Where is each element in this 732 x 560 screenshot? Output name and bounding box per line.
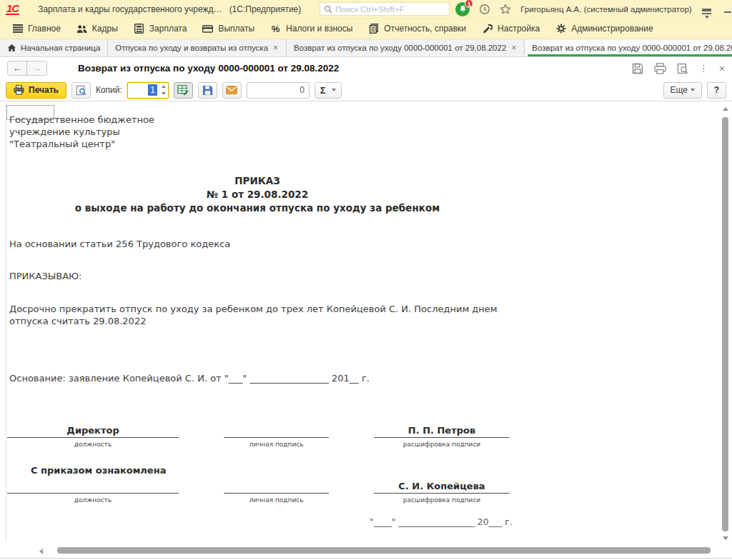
sig2-position-line bbox=[7, 481, 179, 494]
order-body-text: Досрочно прекратить отпуск по уходу за р… bbox=[9, 303, 503, 327]
sig2-name-caption: расшифровка подписи bbox=[374, 496, 510, 504]
print-button[interactable]: Печать bbox=[6, 82, 66, 99]
document-header: Возврат из отпуска по уходу 0000-000001 … bbox=[0, 57, 732, 79]
menu-administration[interactable]: Администрирование bbox=[548, 19, 661, 39]
close-tab-icon[interactable] bbox=[719, 63, 725, 74]
more-button[interactable]: Еще bbox=[663, 82, 702, 99]
horizontal-scroll-thumb[interactable] bbox=[57, 547, 711, 554]
menu-label: Выплаты bbox=[218, 24, 254, 34]
tabbar: Начальная страница Отпуска по уходу и во… bbox=[0, 39, 732, 57]
section-menu: Главное Кадры Зарплата Выплаты Налоги и … bbox=[0, 19, 732, 39]
order-subject: о выходе на работу до окончания отпуска … bbox=[7, 201, 508, 215]
order-title: ПРИКАЗ bbox=[7, 174, 508, 188]
calculator-icon bbox=[134, 24, 144, 34]
menu-taxes[interactable]: Налоги и взносы bbox=[262, 19, 360, 39]
tab-label: Возврат из отпуска по уходу 0000-000001 … bbox=[532, 44, 732, 52]
banknote-icon bbox=[202, 24, 213, 34]
titlebar: 1С Зарплата и кадры государственного учр… bbox=[0, 0, 732, 19]
tab-return-document-print[interactable]: Возврат из отпуска по уходу 0000-000001 … bbox=[525, 39, 732, 56]
save-icon[interactable] bbox=[632, 63, 643, 74]
horizontal-scrollbar[interactable] bbox=[0, 546, 716, 555]
sig1-position-caption: должность bbox=[7, 441, 179, 448]
tab-label: Возврат из отпуска по уходу 0000-000001 … bbox=[294, 44, 506, 52]
tab-close-icon[interactable]: × bbox=[272, 43, 279, 53]
menu-label: Отчетность, справки bbox=[384, 24, 466, 34]
current-user[interactable]: Григорьянц А.А. (системный администратор… bbox=[520, 5, 691, 14]
global-search[interactable] bbox=[320, 2, 450, 16]
acknowledgement-date-line: "____" _________________ 20___ г. bbox=[370, 516, 513, 527]
search-icon bbox=[324, 5, 332, 14]
command-text: ПРИКАЗЫВАЮ: bbox=[9, 271, 82, 281]
preview-icon[interactable] bbox=[677, 63, 688, 74]
save-file-button[interactable] bbox=[198, 82, 217, 99]
tab-close-icon[interactable]: × bbox=[510, 43, 517, 53]
app-suffix: (1С:Предприятие) bbox=[229, 4, 302, 14]
minimize-icon[interactable] bbox=[722, 4, 732, 15]
percent-icon bbox=[270, 24, 281, 34]
history-icon[interactable] bbox=[479, 4, 490, 15]
menu-main[interactable]: Главное bbox=[4, 19, 69, 39]
people-icon bbox=[76, 24, 87, 34]
search-input[interactable] bbox=[335, 5, 445, 14]
send-email-button[interactable] bbox=[222, 82, 242, 99]
nav-history-group bbox=[7, 61, 47, 76]
help-label: ? bbox=[714, 85, 719, 95]
tab-leave-returns-list[interactable]: Отпуска по уходу и возвраты из отпуска × bbox=[108, 39, 287, 56]
collapse-ribbon-icon[interactable] bbox=[701, 4, 713, 15]
order-heading: ПРИКАЗ № 1 от 29.08.2022 о выходе на раб… bbox=[7, 174, 508, 215]
app-window: 1С Зарплата и кадры государственного учр… bbox=[0, 0, 732, 560]
menu-salary[interactable]: Зарплата bbox=[126, 19, 195, 39]
spin-up-icon[interactable] bbox=[159, 83, 168, 91]
more-label: Еще bbox=[671, 85, 688, 95]
menu-staff[interactable]: Кадры bbox=[69, 19, 126, 39]
1c-logo: 1С bbox=[6, 4, 19, 15]
menu-reports[interactable]: Отчетность, справки bbox=[360, 19, 474, 39]
home-icon bbox=[7, 44, 16, 52]
print-toolbar: Печать Копий: 1 0 Σ Еще ? bbox=[0, 79, 732, 101]
print-preview-area[interactable]: Государственное бюджетное учреждение кул… bbox=[0, 101, 732, 560]
copies-label: Копий: bbox=[96, 85, 122, 95]
notifications-icon[interactable]: 1 bbox=[455, 2, 470, 16]
basis-law-text: На основании статьи 256 Трудового кодекс… bbox=[9, 239, 230, 249]
sig2-position-caption: должность bbox=[7, 496, 179, 504]
wrench-icon bbox=[482, 24, 493, 34]
document-title: Возврат из отпуска по уходу 0000-000001 … bbox=[78, 63, 339, 74]
forward-icon[interactable] bbox=[27, 61, 46, 75]
edit-layout-button[interactable] bbox=[174, 82, 193, 99]
favorites-icon[interactable] bbox=[500, 4, 511, 15]
more-vertical-icon[interactable] bbox=[699, 63, 708, 74]
tab-home[interactable]: Начальная страница bbox=[0, 39, 108, 56]
printer-icon bbox=[14, 85, 24, 95]
page-edge bbox=[6, 103, 6, 541]
sig1-name-caption: расшифровка подписи bbox=[374, 441, 510, 448]
menu-label: Главное bbox=[28, 24, 61, 34]
scroll-down-icon[interactable] bbox=[723, 536, 728, 540]
menu-payments[interactable]: Выплаты bbox=[194, 19, 262, 39]
back-icon[interactable] bbox=[8, 61, 27, 75]
autosum-button[interactable]: Σ bbox=[315, 82, 342, 99]
organization-name: Государственное бюджетное учреждение кул… bbox=[9, 114, 154, 150]
tab-return-document[interactable]: Возврат из отпуска по уходу 0000-000001 … bbox=[287, 39, 525, 56]
preview-button[interactable] bbox=[71, 82, 91, 99]
copies-spinner[interactable]: 1 bbox=[127, 82, 169, 99]
menu-label: Администрирование bbox=[571, 24, 653, 34]
vertical-scrollbar[interactable] bbox=[721, 103, 731, 541]
sigma-icon: Σ bbox=[320, 85, 326, 96]
window-bottom-frame bbox=[0, 558, 732, 559]
sig1-sign-caption: личная подпись bbox=[224, 441, 329, 448]
sig2-signature-line bbox=[224, 481, 329, 494]
sum-field[interactable]: 0 bbox=[247, 82, 310, 99]
print-label: Печать bbox=[29, 85, 59, 95]
sig2-name: С. И. Копейцева bbox=[374, 481, 510, 494]
menu-label: Кадры bbox=[92, 24, 118, 34]
spin-down-icon[interactable] bbox=[159, 90, 168, 98]
help-button[interactable]: ? bbox=[707, 82, 726, 99]
menu-label: Налоги и взносы bbox=[286, 24, 352, 34]
grounds-text: Основание: заявление Копейцевой С. И. от… bbox=[9, 373, 370, 384]
app-title: Зарплата и кадры государственного учрежд… bbox=[38, 4, 222, 14]
print-icon[interactable] bbox=[654, 63, 666, 74]
menu-settings[interactable]: Настройка bbox=[474, 19, 548, 39]
vertical-scroll-thumb[interactable] bbox=[722, 117, 728, 531]
scroll-up-icon[interactable] bbox=[723, 107, 728, 111]
scroll-left-icon[interactable] bbox=[39, 549, 43, 554]
